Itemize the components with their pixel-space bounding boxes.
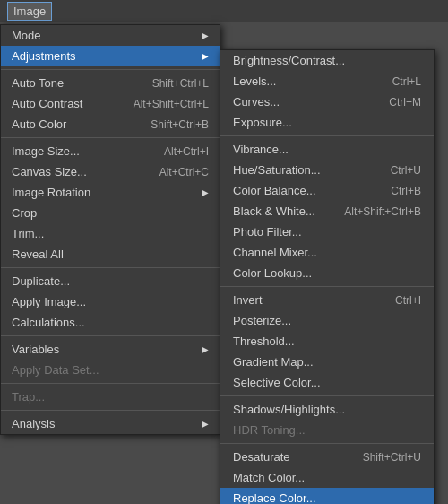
menu-item-image-size[interactable]: Image Size... Alt+Ctrl+I xyxy=(1,141,220,161)
submenu-item-posterize-label: Posterize... xyxy=(233,314,421,327)
submenu-item-brightness-contrast-label: Brightness/Contrast... xyxy=(233,54,421,67)
submenu-item-channel-mixer-label: Channel Mixer... xyxy=(233,246,421,259)
separator-3 xyxy=(1,267,220,268)
submenu-item-desaturate[interactable]: Desaturate Shift+Ctrl+U xyxy=(220,447,434,467)
submenu-item-color-lookup-label: Color Lookup... xyxy=(233,266,421,280)
menu-item-image-rotation[interactable]: Image Rotation ▶ xyxy=(1,182,220,203)
submenu-item-hue-saturation-label: Hue/Saturation... xyxy=(233,163,373,177)
shortcut-auto-color: Shift+Ctrl+B xyxy=(151,118,209,131)
submenu-separator-1 xyxy=(220,135,434,136)
submenu-item-gradient-map[interactable]: Gradient Map... xyxy=(220,352,434,372)
menu-item-auto-tone-label: Auto Tone xyxy=(12,76,134,90)
submenu-item-shadows-highlights[interactable]: Shadows/Highlights... xyxy=(220,399,434,420)
shortcut-invert: Ctrl+I xyxy=(395,294,421,307)
submenu-item-color-lookup[interactable]: Color Lookup... xyxy=(220,263,434,283)
menu-item-variables-label: Variables xyxy=(12,343,194,356)
menu-item-image-rotation-label: Image Rotation xyxy=(12,186,194,199)
shortcut-curves: Ctrl+M xyxy=(389,96,421,109)
shortcut-hue-saturation: Ctrl+U xyxy=(391,164,421,177)
submenu-item-black-white[interactable]: Black & White... Alt+Shift+Ctrl+B xyxy=(220,201,434,222)
menu-item-crop[interactable]: Crop xyxy=(1,203,220,223)
menu-item-variables[interactable]: Variables ▶ xyxy=(1,339,220,360)
submenu-item-photo-filter-label: Photo Filter... xyxy=(233,225,421,239)
submenu-item-curves-label: Curves... xyxy=(233,95,371,109)
menu-item-trim[interactable]: Trim... xyxy=(1,223,220,244)
menu-bar: Image xyxy=(0,0,448,22)
separator-6 xyxy=(1,410,220,411)
submenu-item-curves[interactable]: Curves... Ctrl+M xyxy=(220,91,434,112)
menu-item-mode[interactable]: Mode ▶ xyxy=(1,25,220,46)
shortcut-black-white: Alt+Shift+Ctrl+B xyxy=(344,205,421,218)
shortcut-image-size: Alt+Ctrl+I xyxy=(164,145,209,158)
submenu-item-photo-filter[interactable]: Photo Filter... xyxy=(220,222,434,242)
submenu-item-invert[interactable]: Invert Ctrl+I xyxy=(220,290,434,310)
shortcut-desaturate: Shift+Ctrl+U xyxy=(363,451,421,464)
menu-item-crop-label: Crop xyxy=(12,206,209,220)
menu-item-auto-contrast[interactable]: Auto Contrast Alt+Shift+Ctrl+L xyxy=(1,93,220,114)
menu-item-analysis-label: Analysis xyxy=(12,417,194,430)
submenu-item-levels[interactable]: Levels... Ctrl+L xyxy=(220,71,434,91)
adjustments-submenu-panel: Brightness/Contrast... Levels... Ctrl+L … xyxy=(220,49,435,504)
submenu-item-brightness-contrast[interactable]: Brightness/Contrast... xyxy=(220,50,434,71)
separator-4 xyxy=(1,335,220,336)
submenu-item-selective-color[interactable]: Selective Color... xyxy=(220,372,434,393)
submenu-item-channel-mixer[interactable]: Channel Mixer... xyxy=(220,242,434,263)
submenu-item-black-white-label: Black & White... xyxy=(233,204,326,218)
submenu-item-match-color-label: Match Color... xyxy=(233,471,421,484)
submenu-item-replace-color-label: Replace Color... xyxy=(233,491,421,504)
submenu-item-posterize[interactable]: Posterize... xyxy=(220,310,434,331)
menu-item-canvas-size-label: Canvas Size... xyxy=(12,165,142,178)
submenu-item-replace-color[interactable]: Replace Color... xyxy=(220,488,434,504)
menu-item-duplicate[interactable]: Duplicate... xyxy=(1,271,220,291)
menu-item-trim-label: Trim... xyxy=(12,227,209,240)
image-menu-panel: Mode ▶ Adjustments ▶ Auto Tone Shift+Ctr… xyxy=(0,24,220,435)
arrow-icon-adjustments: ▶ xyxy=(202,51,209,61)
menu-item-reveal-all-label: Reveal All xyxy=(12,248,209,261)
menu-item-adjustments[interactable]: Adjustments ▶ xyxy=(1,46,220,66)
arrow-icon-variables: ▶ xyxy=(202,344,209,354)
menu-container: Mode ▶ Adjustments ▶ Auto Tone Shift+Ctr… xyxy=(0,24,448,435)
submenu-item-color-balance[interactable]: Color Balance... Ctrl+B xyxy=(220,180,434,201)
submenu-item-match-color[interactable]: Match Color... xyxy=(220,467,434,488)
submenu-item-vibrance[interactable]: Vibrance... xyxy=(220,139,434,160)
submenu-item-gradient-map-label: Gradient Map... xyxy=(233,355,421,369)
shortcut-levels: Ctrl+L xyxy=(392,75,421,88)
menu-item-trap: Trap... xyxy=(1,387,220,407)
submenu-item-color-balance-label: Color Balance... xyxy=(233,184,373,197)
arrow-icon-image-rotation: ▶ xyxy=(202,187,209,197)
menu-item-apply-data-set: Apply Data Set... xyxy=(1,360,220,380)
menu-item-auto-tone[interactable]: Auto Tone Shift+Ctrl+L xyxy=(1,73,220,93)
submenu-item-hdr-toning-label: HDR Toning... xyxy=(233,423,421,437)
separator-1 xyxy=(1,69,220,70)
submenu-item-hue-saturation[interactable]: Hue/Saturation... Ctrl+U xyxy=(220,160,434,180)
separator-2 xyxy=(1,137,220,138)
shortcut-auto-tone: Shift+Ctrl+L xyxy=(152,77,209,90)
menu-item-auto-color-label: Auto Color xyxy=(12,117,133,131)
menu-item-apply-data-set-label: Apply Data Set... xyxy=(12,363,209,377)
submenu-item-exposure[interactable]: Exposure... xyxy=(220,112,434,133)
menu-item-auto-color[interactable]: Auto Color Shift+Ctrl+B xyxy=(1,114,220,135)
menu-item-reveal-all[interactable]: Reveal All xyxy=(1,244,220,265)
menu-item-apply-image[interactable]: Apply Image... xyxy=(1,291,220,312)
submenu-item-desaturate-label: Desaturate xyxy=(233,450,345,464)
menu-item-analysis[interactable]: Analysis ▶ xyxy=(1,413,220,434)
menu-item-canvas-size[interactable]: Canvas Size... Alt+Ctrl+C xyxy=(1,161,220,182)
submenu-item-selective-color-label: Selective Color... xyxy=(233,376,421,389)
menu-item-trap-label: Trap... xyxy=(12,390,209,404)
menu-item-adjustments-label: Adjustments xyxy=(12,49,194,63)
submenu-item-vibrance-label: Vibrance... xyxy=(233,143,421,156)
shortcut-color-balance: Ctrl+B xyxy=(391,185,421,197)
menu-item-mode-label: Mode xyxy=(12,29,194,42)
menu-item-calculations[interactable]: Calculations... xyxy=(1,312,220,333)
submenu-item-invert-label: Invert xyxy=(233,293,377,307)
arrow-icon-analysis: ▶ xyxy=(202,419,209,429)
submenu-separator-3 xyxy=(220,395,434,396)
menu-item-apply-image-label: Apply Image... xyxy=(12,295,209,308)
image-menu-title[interactable]: Image xyxy=(7,2,52,21)
menu-item-calculations-label: Calculations... xyxy=(12,316,209,329)
arrow-icon-mode: ▶ xyxy=(202,30,209,40)
shortcut-canvas-size: Alt+Ctrl+C xyxy=(159,166,209,178)
submenu-item-threshold[interactable]: Threshold... xyxy=(220,331,434,352)
menu-item-image-size-label: Image Size... xyxy=(12,144,146,158)
separator-5 xyxy=(1,383,220,384)
